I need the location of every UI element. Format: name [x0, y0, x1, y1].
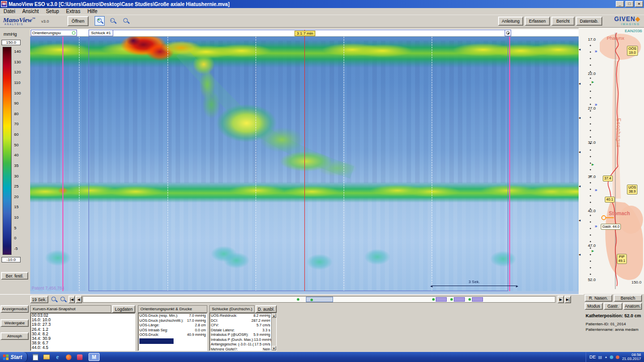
maximize-button[interactable] — [625, 1, 633, 7]
patient-info-panel: R. Nasen. Bereich Modus Gastr. Anatom. K… — [584, 294, 644, 352]
menu-ansicht[interactable]: Ansicht — [19, 9, 42, 14]
metric-row: OÖS-Druck:40.9 mmHg — [138, 332, 207, 337]
snapshot-list[interactable]: 00:03:02 16.0: 10.0 19.0: 27.3 26.4: 1.2… — [30, 313, 135, 351]
event-segment[interactable] — [472, 297, 483, 302]
quicklaunch-app-icon[interactable] — [31, 353, 40, 361]
time-window-button[interactable]: 19 Sek. — [30, 296, 48, 303]
step-forward-button[interactable] — [557, 296, 564, 303]
language-indicator[interactable]: DE — [589, 354, 596, 359]
pressure-min-box[interactable]: -10.0 — [2, 257, 21, 262]
zoom-in-tool-button[interactable] — [95, 16, 105, 26]
gastric-badge[interactable]: Gastr. 44.0 — [601, 224, 621, 230]
tray-expand-icon[interactable] — [605, 355, 608, 358]
marker-line-right[interactable] — [509, 37, 510, 291]
les-badge[interactable]: UÖS 38.9 — [627, 185, 637, 195]
logdata-button[interactable]: Logdaten — [112, 305, 135, 313]
start-button[interactable]: Start — [0, 352, 28, 362]
playback-mode-button[interactable]: Wiedergabe — [1, 319, 29, 327]
selected-row-highlight[interactable] — [139, 338, 174, 344]
pressure-tick: 70 — [14, 122, 21, 126]
landmarks-panel-header: Orientierungspunkt & Drucke — [138, 305, 207, 313]
zoom-reset-tool-button[interactable] — [121, 16, 131, 26]
pressure-colorbar — [3, 47, 12, 255]
snapshot-row[interactable]: 44.0: 4.5 — [31, 345, 135, 350]
metric-row: Distale Latenz:3.3 s — [210, 328, 271, 333]
menu-datei[interactable]: Datei — [0, 9, 19, 14]
zoom-out-tool-button[interactable] — [108, 16, 118, 26]
go-end-button[interactable] — [565, 296, 571, 303]
swallow-marker[interactable] — [450, 298, 453, 301]
pressure-tick: 110 — [14, 81, 21, 85]
anatomy-illustration — [600, 33, 643, 289]
given-imaging-logo: GIVEN IMAGING — [614, 16, 640, 27]
menu-setup[interactable]: Setup — [42, 9, 62, 14]
manoview-taskbar-button[interactable] — [89, 353, 100, 361]
timeline-zoom-out-button[interactable] — [59, 295, 67, 303]
erfassen-button[interactable]: Erfassen — [525, 17, 550, 26]
event-segment[interactable] — [436, 297, 447, 302]
anatomy-panel: EAN2036 17.0 22.0 27.0 32.0 37.0 42.0 47… — [579, 28, 644, 294]
set-range-button[interactable]: Ber. festl. — [1, 272, 28, 280]
marker-line-left[interactable] — [62, 37, 63, 291]
gastr-button[interactable]: Gastr. — [604, 303, 622, 310]
swallow-region-label[interactable]: Schluck #1 — [89, 30, 113, 36]
metric-row: CFV:5.7 cm/s — [210, 323, 271, 328]
swallow-marker[interactable] — [432, 298, 435, 301]
hide-data-button[interactable]: D. ausbl. — [256, 305, 277, 313]
swallow-region-box[interactable]: Schluck #1 — [89, 30, 508, 291]
tray-status-icon[interactable] — [616, 355, 619, 359]
anatom-button[interactable]: Anatom. — [623, 303, 642, 310]
tray-status-icon[interactable] — [610, 355, 613, 359]
anleitung-button[interactable]: Anleitung — [498, 17, 523, 26]
menu-bar: Datei Ansicht Setup Extras Hilfe — [0, 8, 644, 15]
r-nasen-button[interactable]: R. Nasen. — [585, 295, 612, 302]
pressure-max-box[interactable]: 150.0 — [2, 40, 21, 45]
landmark-handle-icon[interactable] — [72, 31, 75, 35]
time-cursor-badge[interactable]: 3:1:7 min — [295, 31, 315, 36]
quicklaunch-browser-icon[interactable] — [53, 353, 62, 361]
landmark-label-box[interactable]: Orientierungspu — [31, 30, 77, 36]
sensor-marker-icon — [579, 219, 581, 222]
modus-button[interactable]: Modus — [585, 303, 603, 310]
swallow-marker[interactable] — [310, 299, 313, 301]
scroll-down-icon[interactable] — [272, 346, 276, 350]
metric-row: UÖS-Länge:2.8 cm — [138, 323, 207, 328]
display-mode-button[interactable]: Anzeigemodus — [1, 305, 29, 313]
bericht-button[interactable]: Bericht — [551, 17, 575, 26]
swallow-metrics-box: UÖS-Restdruck:8.2 mmHg DCI:287.2 mmH CFV… — [209, 313, 277, 351]
selected-time-range[interactable] — [306, 297, 333, 302]
swallow-marker[interactable] — [297, 298, 299, 301]
atmosphere-button[interactable]: Atmosph — [1, 332, 29, 340]
step-back-button[interactable] — [75, 296, 82, 303]
time-cursor-line[interactable] — [304, 30, 305, 291]
uos-upper-badge[interactable]: OÖS 19.0 — [627, 46, 638, 56]
scrollbar[interactable] — [271, 313, 276, 350]
badge-37-4[interactable]: 37.4 — [603, 175, 613, 182]
timeline-track[interactable] — [83, 296, 555, 303]
menu-hilfe[interactable]: Hilfe — [84, 9, 101, 14]
scroll-up-icon[interactable] — [272, 313, 276, 318]
timeline-zoom-in-button[interactable] — [50, 295, 58, 303]
pharynx-label: Pharynx — [607, 35, 624, 41]
swallow-region-handle[interactable] — [505, 30, 511, 36]
quicklaunch-folder-icon[interactable] — [42, 353, 51, 361]
clock[interactable]: 08:58 21.03.2017 — [622, 353, 641, 361]
open-button[interactable]: Öffnen — [67, 16, 89, 26]
menu-extras[interactable]: Extras — [62, 9, 84, 14]
event-segment[interactable] — [454, 297, 465, 302]
time-scale-line — [430, 284, 518, 288]
close-button[interactable] — [635, 1, 643, 7]
quicklaunch-media-icon[interactable] — [64, 353, 73, 361]
pip-badge[interactable]: PIP 49.1 — [617, 254, 627, 264]
keyboard-icon[interactable] — [598, 355, 602, 359]
go-start-button[interactable] — [68, 296, 75, 303]
quicklaunch-messenger-icon[interactable] — [75, 353, 84, 361]
bereich-button[interactable]: Bereich — [614, 295, 642, 302]
minimize-button[interactable] — [616, 1, 624, 7]
pressure-tick: 100 — [14, 92, 21, 96]
swallow-marker[interactable] — [468, 298, 471, 301]
datentab-button[interactable]: Datentab. — [576, 17, 602, 26]
swallows-panel-header: Schlucke (Durchschn.) — [209, 305, 255, 313]
snapshot-tab[interactable]: Kurven-Kanal-Snapshot — [30, 305, 111, 313]
badge-40-1[interactable]: 40.1 — [605, 197, 615, 203]
